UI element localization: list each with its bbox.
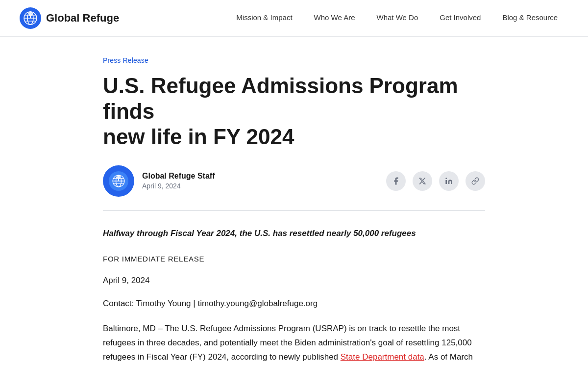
author-area: Global Refuge Staff April 9, 2024 bbox=[103, 165, 215, 197]
link-icon bbox=[471, 177, 479, 185]
share-linkedin-button[interactable] bbox=[439, 171, 459, 191]
share-twitter-button[interactable] bbox=[413, 171, 432, 191]
share-icons bbox=[386, 171, 485, 191]
nav-item-blog[interactable]: Blog & Resource bbox=[491, 0, 568, 37]
article-category: Press Release bbox=[103, 56, 485, 64]
svg-rect-14 bbox=[445, 180, 447, 184]
state-department-link[interactable]: State Department data bbox=[341, 352, 424, 362]
author-info: Global Refuge Staff April 9, 2024 bbox=[142, 172, 215, 190]
article-bold-intro: Halfway through Fiscal Year 2024, the U.… bbox=[103, 227, 485, 241]
author-name: Global Refuge Staff bbox=[142, 172, 215, 181]
content-divider bbox=[103, 210, 485, 211]
meta-row: Global Refuge Staff April 9, 2024 bbox=[103, 165, 485, 197]
author-avatar bbox=[103, 165, 134, 197]
author-date: April 9, 2024 bbox=[142, 182, 215, 190]
logo-link[interactable]: Global Refuge bbox=[20, 7, 119, 29]
article-title: U.S. Refugee Admissions Program finds ne… bbox=[103, 73, 485, 150]
linkedin-icon bbox=[445, 177, 453, 185]
article-contact-line: Contact: Timothy Young | timothy.young@g… bbox=[103, 297, 485, 311]
main-nav: Mission & Impact Who We Are What We Do G… bbox=[225, 0, 568, 37]
logo-text: Global Refuge bbox=[46, 12, 119, 25]
logo-icon bbox=[20, 7, 41, 29]
site-header: Global Refuge Mission & Impact Who We Ar… bbox=[0, 0, 588, 37]
article-body: Halfway through Fiscal Year 2024, the U.… bbox=[103, 227, 485, 365]
twitter-x-icon bbox=[418, 177, 426, 185]
article-for-release: FOR IMMEDIATE RELEASE bbox=[103, 253, 485, 265]
svg-point-15 bbox=[445, 178, 447, 179]
body-text-after-link: . As of March bbox=[424, 352, 473, 362]
svg-rect-13 bbox=[118, 179, 119, 181]
share-link-button[interactable] bbox=[466, 171, 485, 191]
svg-rect-6 bbox=[30, 16, 31, 18]
article-date-line: April 9, 2024 bbox=[103, 274, 485, 288]
nav-item-what[interactable]: What We Do bbox=[366, 0, 429, 37]
share-facebook-button[interactable] bbox=[386, 171, 406, 191]
nav-item-mission[interactable]: Mission & Impact bbox=[225, 0, 303, 37]
nav-item-involved[interactable]: Get Involved bbox=[429, 0, 491, 37]
nav-item-who[interactable]: Who We Are bbox=[303, 0, 366, 37]
article-body-para: Baltimore, MD – The U.S. Refugee Admissi… bbox=[103, 322, 485, 365]
facebook-icon bbox=[392, 177, 400, 185]
avatar-icon bbox=[109, 171, 128, 191]
main-content: Press Release U.S. Refugee Admissions Pr… bbox=[83, 37, 505, 391]
